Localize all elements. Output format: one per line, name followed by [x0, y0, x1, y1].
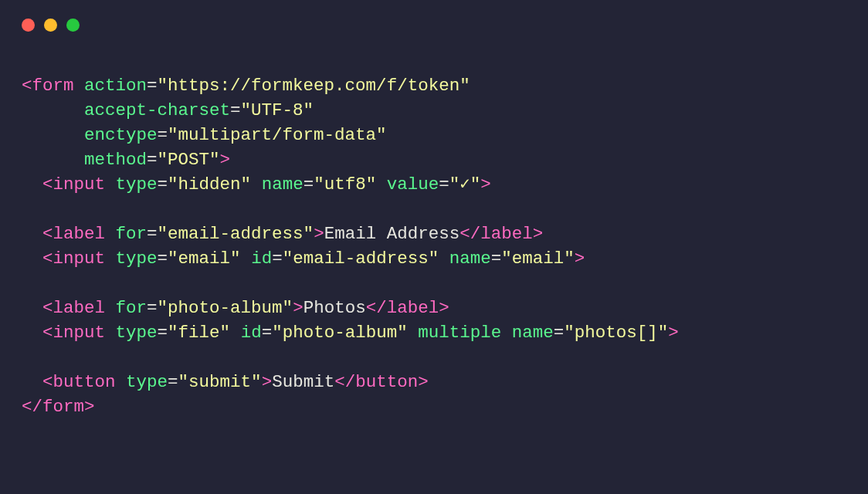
line-11: <input type="file" id="photo-album" mult…	[22, 323, 679, 343]
code-window: <form action="https://formkeep.com/f/tok…	[0, 0, 868, 494]
code-block: <form action="https://formkeep.com/f/tok…	[0, 32, 868, 419]
minimize-icon[interactable]	[44, 19, 57, 32]
line-8: <input type="email" id="email-address" n…	[22, 249, 585, 269]
line-4: method="POST">	[22, 150, 230, 170]
line-7: <label for="email-address">Email Address…	[22, 224, 543, 244]
line-2: accept-charset="UTF-8"	[22, 100, 314, 120]
line-1: <form action="https://formkeep.com/f/tok…	[22, 76, 470, 96]
line-3: enctype="multipart/form-data"	[22, 125, 387, 145]
line-13: <button type="submit">Submit</button>	[22, 372, 429, 392]
close-icon[interactable]	[22, 19, 35, 32]
line-10: <label for="photo-album">Photos</label>	[22, 298, 449, 318]
line-14: </form>	[22, 397, 95, 417]
line-5: <input type="hidden" name="utf8" value="…	[22, 174, 491, 195]
window-titlebar	[0, 0, 868, 32]
maximize-icon[interactable]	[66, 19, 80, 32]
